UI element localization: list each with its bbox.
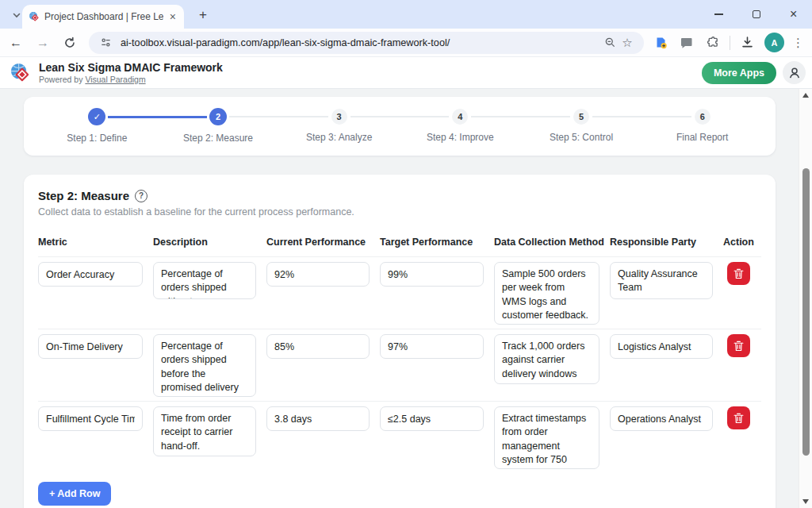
reading-list-extension-icon[interactable] — [651, 33, 670, 52]
current-performance-input[interactable] — [266, 334, 370, 359]
step-number: 4 — [452, 109, 468, 125]
col-header-party: Responsible Party — [610, 237, 723, 248]
stepper-connector — [350, 116, 450, 117]
reload-icon[interactable] — [59, 32, 81, 54]
url-text[interactable]: ai-toolbox.visual-paradigm.com/app/lean-… — [121, 37, 601, 48]
delete-row-button[interactable] — [727, 406, 750, 429]
table-header: Metric Description Current Performance T… — [38, 237, 761, 257]
target-performance-input[interactable] — [380, 406, 484, 431]
stepper-step-measure[interactable]: 2 Step 2: Measure — [158, 108, 279, 144]
table-row — [38, 257, 761, 329]
back-icon[interactable]: ← — [5, 32, 27, 54]
target-performance-input[interactable] — [380, 262, 484, 287]
step-number: 3 — [331, 109, 347, 125]
favicon-icon — [29, 11, 40, 22]
data-collection-method-input[interactable] — [494, 406, 599, 469]
visual-paradigm-link[interactable]: Visual Paradigm — [85, 75, 145, 84]
delete-row-button[interactable] — [727, 334, 750, 357]
section-title: Step 2: Measure — [38, 189, 129, 202]
step-number: 6 — [695, 109, 710, 125]
app-header: Lean Six Sigma DMAIC Framework Powered b… — [0, 57, 812, 89]
forward-icon[interactable]: → — [32, 32, 54, 54]
step-label: Step 1: Define — [67, 133, 127, 144]
col-header-method: Data Collection Method — [494, 237, 610, 248]
visual-paradigm-logo — [10, 62, 31, 83]
stepper-connector — [471, 116, 570, 117]
browser-toolbar: ← → ai-toolbox.visual-paradigm.com/app/l… — [0, 29, 812, 57]
window-close-icon[interactable]: × — [790, 8, 797, 21]
responsible-party-input[interactable] — [610, 262, 713, 299]
extensions-puzzle-icon[interactable] — [703, 33, 722, 52]
url-bar[interactable]: ai-toolbox.visual-paradigm.com/app/lean-… — [89, 32, 644, 54]
scroll-down-icon[interactable] — [802, 499, 809, 504]
metric-input[interactable] — [38, 406, 143, 431]
window-controls: × — [699, 0, 812, 29]
col-header-target: Target Performance — [380, 237, 494, 248]
new-tab-button[interactable]: + — [193, 6, 213, 25]
stepper-card: ✓ Step 1: Define 2 Step 2: Measure 3 Ste… — [24, 97, 776, 156]
powered-by: Powered by Visual Paradigm — [39, 75, 223, 84]
step-number: 2 — [209, 108, 227, 125]
add-row-button[interactable]: + Add Row — [38, 482, 111, 506]
help-icon[interactable]: ? — [135, 190, 147, 202]
description-input[interactable] — [153, 262, 256, 299]
description-input[interactable] — [153, 406, 256, 456]
stepper-step-analyze[interactable]: 3 Step 3: Analyze — [278, 108, 400, 144]
powered-by-prefix: Powered by — [39, 75, 85, 84]
page-scrollbar[interactable] — [799, 89, 812, 508]
metric-input[interactable] — [38, 262, 143, 287]
section-subtitle: Collect data to establish a baseline for… — [38, 206, 761, 217]
data-collection-method-input[interactable] — [494, 334, 599, 384]
step-complete-check-icon: ✓ — [88, 108, 105, 125]
user-account-button[interactable] — [783, 61, 806, 84]
table-row — [38, 402, 761, 473]
window-minimize-icon[interactable] — [714, 13, 723, 15]
page-content: ✓ Step 1: Define 2 Step 2: Measure 3 Ste… — [0, 89, 799, 508]
tab-title: Project Dashboard | Free Lean S — [44, 11, 163, 22]
metric-input[interactable] — [38, 334, 143, 359]
current-performance-input[interactable] — [266, 406, 370, 431]
app-title: Lean Six Sigma DMAIC Framework — [39, 61, 223, 74]
profile-avatar[interactable]: A — [764, 33, 784, 52]
toolbar-divider — [730, 36, 730, 50]
description-input[interactable] — [153, 334, 256, 397]
stepper-connector — [229, 116, 328, 117]
stepper-connector — [108, 116, 207, 118]
step-label: Step 5: Control — [550, 132, 613, 143]
step-label: Step 3: Analyze — [306, 132, 372, 143]
tab-close-icon[interactable]: × — [168, 11, 178, 22]
target-performance-input[interactable] — [380, 334, 484, 359]
measure-card: Step 2: Measure ? Collect data to establ… — [24, 175, 776, 508]
step-label: Final Report — [676, 132, 728, 143]
col-header-action: Action — [723, 237, 765, 248]
header-actions: More Apps — [702, 61, 806, 84]
col-header-current: Current Performance — [266, 237, 380, 248]
stepper-step-improve[interactable]: 4 Step 4: Improve — [400, 108, 521, 144]
window-maximize-icon[interactable] — [753, 10, 760, 18]
stepper-connector — [592, 116, 691, 117]
download-icon[interactable] — [737, 33, 756, 52]
step-label: Step 2: Measure — [183, 133, 253, 144]
responsible-party-input[interactable] — [610, 406, 713, 431]
delete-row-button[interactable] — [727, 262, 750, 285]
bookmark-star-icon[interactable]: ☆ — [619, 34, 636, 52]
more-apps-button[interactable]: More Apps — [702, 62, 776, 84]
browser-menu-icon[interactable]: ⋮ — [792, 36, 804, 50]
col-header-description: Description — [153, 237, 266, 248]
data-collection-method-input[interactable] — [494, 262, 599, 325]
stepper-step-final-report[interactable]: 6 Final Report — [642, 108, 763, 144]
scrollbar-thumb[interactable] — [802, 168, 810, 456]
browser-tab[interactable]: Project Dashboard | Free Lean S × — [22, 5, 184, 29]
step-label: Step 4: Improve — [427, 132, 494, 143]
col-header-metric: Metric — [38, 237, 153, 248]
table-row — [38, 329, 761, 402]
stepper-step-define[interactable]: ✓ Step 1: Define — [36, 108, 158, 144]
responsible-party-input[interactable] — [610, 334, 713, 359]
zoom-icon[interactable] — [601, 34, 619, 52]
chat-extension-icon[interactable] — [677, 33, 696, 52]
current-performance-input[interactable] — [266, 262, 370, 287]
scroll-up-icon[interactable] — [802, 93, 809, 98]
stepper-step-control[interactable]: 5 Step 5: Control — [521, 108, 642, 144]
browser-titlebar: Project Dashboard | Free Lean S × + × — [0, 0, 812, 29]
site-settings-icon[interactable] — [97, 34, 114, 52]
